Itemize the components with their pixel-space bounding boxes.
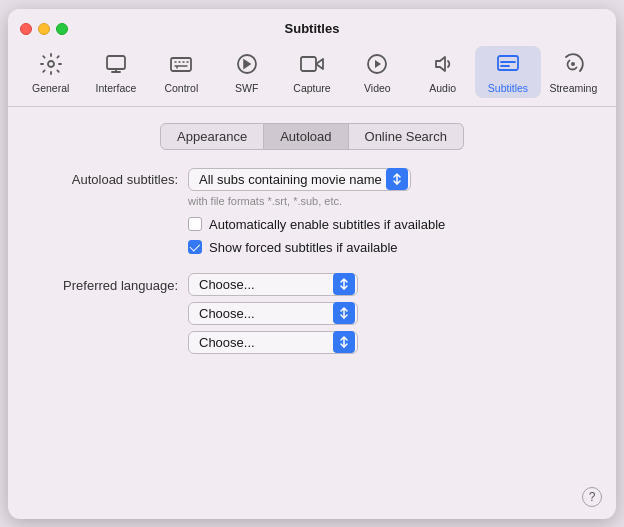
maximize-button[interactable] (56, 23, 68, 35)
toolbar-item-capture[interactable]: Capture (279, 46, 344, 98)
checkbox-row-auto-enable: Automatically enable subtitles if availa… (188, 217, 596, 232)
tab-autoload[interactable]: Autoload (264, 123, 348, 150)
toolbar-item-audio[interactable]: Audio (410, 46, 475, 98)
tab-appearance[interactable]: Appearance (160, 123, 264, 150)
toolbar-label-control: Control (164, 82, 198, 94)
tab-online-search[interactable]: Online Search (349, 123, 464, 150)
toolbar-label-capture: Capture (293, 82, 330, 94)
lang-arrow-box-3 (333, 331, 355, 353)
traffic-lights (20, 23, 68, 35)
svg-point-7 (571, 62, 575, 66)
main-window: Subtitles General Interface (8, 9, 616, 519)
capture-icon (298, 50, 326, 78)
video-icon (363, 50, 391, 78)
keyboard-icon (167, 50, 195, 78)
checkbox-forced[interactable] (188, 240, 202, 254)
toolbar-item-control[interactable]: Control (149, 46, 214, 98)
lang-arrow-box-1 (333, 273, 355, 295)
language-dropdowns: Choose... Choose... (188, 273, 358, 354)
tabs-bar: Appearance Autoload Online Search (28, 123, 596, 150)
autoload-dropdown-wrapper: All subs containing movie name (188, 168, 411, 191)
toolbar-item-general[interactable]: General (18, 46, 83, 98)
titlebar: Subtitles (8, 9, 616, 42)
checkbox-auto-enable-label: Automatically enable subtitles if availa… (209, 217, 445, 232)
toolbar-label-swf: SWF (235, 82, 258, 94)
toolbar-item-subtitles[interactable]: Subtitles (475, 46, 540, 98)
toolbar-item-streaming[interactable]: Streaming (541, 46, 606, 98)
toolbar-item-interface[interactable]: Interface (83, 46, 148, 98)
toolbar-label-audio: Audio (429, 82, 456, 94)
svg-point-0 (48, 61, 54, 67)
minimize-button[interactable] (38, 23, 50, 35)
toolbar-label-video: Video (364, 82, 391, 94)
content-area: Appearance Autoload Online Search Autolo… (8, 107, 616, 519)
lang-dropdown-wrapper-2: Choose... (188, 302, 358, 325)
language-label: Preferred language: (28, 273, 178, 293)
autoload-section: Autoload subtitles: All subs containing … (28, 168, 596, 263)
streaming-icon (559, 50, 587, 78)
toolbar-item-video[interactable]: Video (345, 46, 410, 98)
autoload-row: Autoload subtitles: All subs containing … (28, 168, 596, 191)
svg-rect-6 (498, 56, 518, 70)
help-button[interactable]: ? (582, 487, 602, 507)
lang-arrow-box-2 (333, 302, 355, 324)
lang-dropdown-wrapper-3: Choose... (188, 331, 358, 354)
lang-dropdown-wrapper-1: Choose... (188, 273, 358, 296)
checkbox-auto-enable[interactable] (188, 217, 202, 231)
checkbox-forced-label: Show forced subtitles if available (209, 240, 398, 255)
autoload-dropdown[interactable]: All subs containing movie name (188, 168, 411, 191)
swf-icon (233, 50, 261, 78)
toolbar: General Interface Control (8, 42, 616, 106)
toolbar-label-streaming: Streaming (549, 82, 597, 94)
window-title: Subtitles (285, 21, 340, 36)
toolbar-label-subtitles: Subtitles (488, 82, 528, 94)
gear-icon (37, 50, 65, 78)
subtitles-icon (494, 50, 522, 78)
svg-rect-1 (107, 56, 125, 69)
autoload-hint: with file formats *.srt, *.sub, etc. (188, 195, 596, 207)
svg-rect-4 (301, 57, 316, 71)
toolbar-item-swf[interactable]: SWF (214, 46, 279, 98)
interface-icon (102, 50, 130, 78)
toolbar-label-general: General (32, 82, 69, 94)
audio-icon (429, 50, 457, 78)
autoload-label: Autoload subtitles: (28, 172, 178, 187)
close-button[interactable] (20, 23, 32, 35)
checkbox-row-forced: Show forced subtitles if available (188, 240, 596, 255)
language-section: Preferred language: Choose... (28, 273, 596, 354)
dropdown-arrow-box (386, 168, 408, 190)
toolbar-label-interface: Interface (96, 82, 137, 94)
svg-rect-2 (171, 58, 191, 71)
